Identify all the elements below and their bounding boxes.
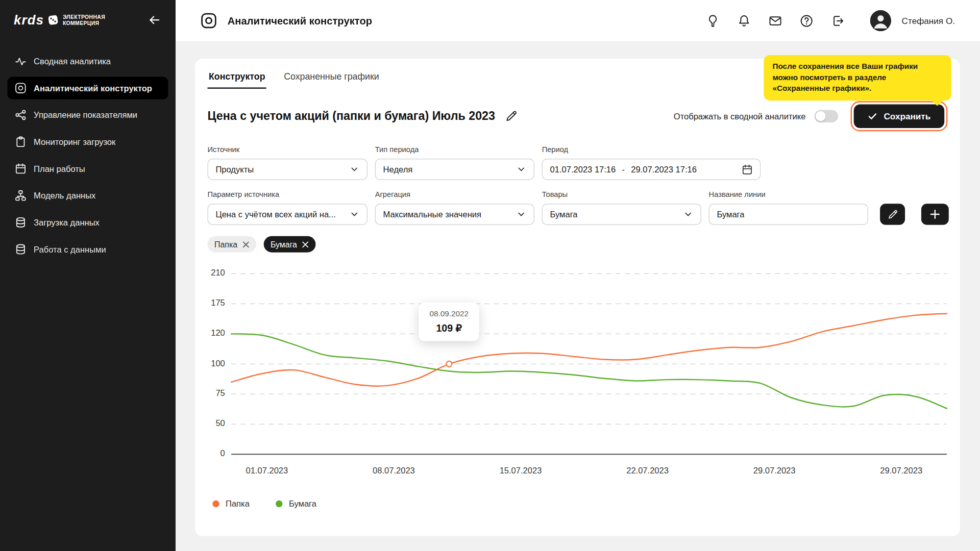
hierarchy-icon — [15, 190, 26, 201]
help-button[interactable] — [799, 13, 815, 29]
arrow-left-icon — [148, 14, 160, 26]
chevron-down-icon — [516, 209, 526, 219]
field-source-param: Параметр источника Цена с учётом всех ак… — [208, 190, 368, 225]
add-line-button[interactable] — [921, 204, 949, 225]
idea-lamp-button[interactable] — [705, 13, 721, 29]
summary-toggle-label: Отображать в сводной аналитике — [674, 112, 806, 121]
line-chips: Папка Бумага — [208, 236, 948, 253]
x-axis-label: 08.07.2023 — [373, 466, 415, 475]
aggregation-value: Максимальные значения — [383, 210, 481, 219]
page-title: Аналитический конструктор — [228, 15, 372, 27]
user-name: Стефания О. — [902, 16, 955, 26]
brand-tagline-line1: ЭЛЕКТРОННАЯ — [63, 14, 105, 20]
database-layers-icon — [15, 244, 26, 255]
chevron-down-icon — [516, 164, 526, 174]
sidebar-item-label: Загрузка данных — [34, 218, 100, 227]
title-row: Цена с учетом акций (папки и бумага) Июл… — [208, 101, 948, 131]
sidebar-item-load-monitoring[interactable]: Мониторинг загрузок — [8, 131, 168, 153]
field-label: Параметр источника — [208, 190, 368, 198]
sidebar-item-summary-analytics[interactable]: Сводная аналитика — [8, 50, 168, 72]
x-axis-label: 15.07.2023 — [500, 466, 542, 475]
tab-saved-charts[interactable]: Сохраненные графики — [283, 67, 380, 89]
field-line-name: Название линии Бумага — [709, 190, 868, 225]
period-range-value: 01.07.2023 17:16 - 29.07.2023 17:16 — [550, 165, 697, 174]
topbar: Аналитический конструктор — [176, 0, 980, 41]
chip-bumaga[interactable]: Бумага — [264, 236, 316, 253]
tab-constructor[interactable]: Конструктор — [208, 67, 266, 89]
chip-label: Бумага — [271, 240, 297, 249]
sidebar-item-label: Управление показателями — [34, 110, 137, 119]
envelope-icon — [769, 14, 782, 28]
chevron-down-icon — [349, 209, 359, 219]
legend-dot — [276, 500, 282, 507]
field-label: Товары — [542, 190, 701, 198]
chip-label: Папка — [214, 240, 237, 249]
line-name-input[interactable]: Бумага — [709, 204, 868, 225]
question-icon — [800, 14, 813, 28]
sidebar-item-data-work[interactable]: Работа с данными — [8, 238, 168, 261]
field-source: Источник Продукты — [208, 145, 368, 180]
logout-button[interactable] — [830, 13, 846, 29]
brand-wordmark: krds — [14, 12, 44, 27]
close-icon[interactable] — [242, 241, 249, 247]
x-axis-label: 01.07.2023 — [246, 466, 288, 475]
banner-text: После сохранения все Ваши графики можно … — [772, 62, 918, 92]
y-axis-label: 120 — [208, 328, 225, 337]
sidebar-collapse-button[interactable] — [145, 11, 163, 29]
filters: Источник Продукты Тип периода Неделя — [208, 145, 948, 225]
sidebar-item-metrics-management[interactable]: Управление показателями — [8, 104, 168, 126]
sidebar-item-analytic-constructor[interactable]: Аналитический конструктор — [8, 77, 168, 99]
constructor-card: После сохранения все Ваши графики можно … — [195, 59, 960, 536]
field-goods: Товары Бумага — [542, 190, 701, 225]
bell-icon — [738, 14, 751, 28]
period-type-select[interactable]: Неделя — [375, 159, 534, 180]
sidebar-item-data-model[interactable]: Модель данных — [8, 184, 168, 207]
sidebar-menu: Сводная аналитика Аналитический конструк… — [0, 50, 176, 261]
close-icon[interactable] — [302, 241, 309, 247]
save-button[interactable]: Сохранить — [854, 104, 945, 128]
save-button-label: Сохранить — [884, 111, 930, 121]
y-axis-label: 100 — [208, 358, 225, 367]
sidebar-item-label: Аналитический конструктор — [34, 83, 152, 92]
sidebar-item-label: Модель данных — [34, 191, 95, 200]
sidebar-item-data-upload[interactable]: Загрузка данных — [8, 211, 168, 234]
filter-row-1: Источник Продукты Тип периода Неделя — [208, 145, 948, 180]
period-to: 29.07.2023 17:16 — [631, 165, 697, 174]
plus-icon — [930, 209, 940, 219]
chart-legend: Папка Бумага — [208, 499, 948, 508]
checkmark-icon — [868, 111, 878, 121]
clipboard-icon — [15, 136, 26, 147]
tooltip-marker — [446, 361, 452, 367]
goods-select[interactable]: Бумага — [542, 204, 701, 225]
legend-label: Папка — [226, 499, 250, 508]
field-period-type: Тип периода Неделя — [375, 145, 534, 180]
summary-analytics-toggle[interactable] — [815, 110, 839, 122]
tooltip-date: 08.09.2022 — [429, 309, 469, 318]
period-range-input[interactable]: 01.07.2023 17:16 - 29.07.2023 17:16 — [542, 159, 761, 180]
aggregation-select[interactable]: Максимальные значения — [375, 204, 534, 225]
save-button-highlight-ring: Сохранить — [851, 101, 948, 131]
source-select[interactable]: Продукты — [208, 159, 368, 180]
y-axis-label: 175 — [208, 298, 225, 307]
dice-icon — [48, 14, 59, 26]
messages-button[interactable] — [767, 13, 783, 29]
chart-canvas — [208, 266, 948, 461]
brand-tagline-line2: КОММЕРЦИЯ — [63, 20, 105, 26]
database-icon — [15, 217, 26, 228]
edit-line-button[interactable] — [880, 204, 905, 225]
sidebar-item-work-plan[interactable]: План работы — [8, 158, 168, 180]
edit-title-button[interactable] — [504, 109, 519, 123]
source-param-select[interactable]: Цена с учётом всех акций на... — [208, 204, 368, 225]
notifications-button[interactable] — [736, 13, 752, 29]
period-type-value: Неделя — [383, 165, 413, 174]
calendar-icon — [742, 164, 752, 174]
x-axis-label: 22.07.2023 — [626, 466, 669, 475]
chip-papka[interactable]: Папка — [208, 236, 256, 253]
user-avatar[interactable] — [870, 10, 891, 32]
calendar-icon — [15, 163, 26, 174]
y-axis-label: 0 — [208, 448, 225, 458]
lamp-icon — [706, 14, 719, 28]
title-right: Отображать в сводной аналитике Сохранить — [674, 101, 948, 131]
chart-tooltip: 08.09.2022 109 ₽ — [419, 302, 479, 341]
share-nodes-icon — [15, 109, 26, 120]
